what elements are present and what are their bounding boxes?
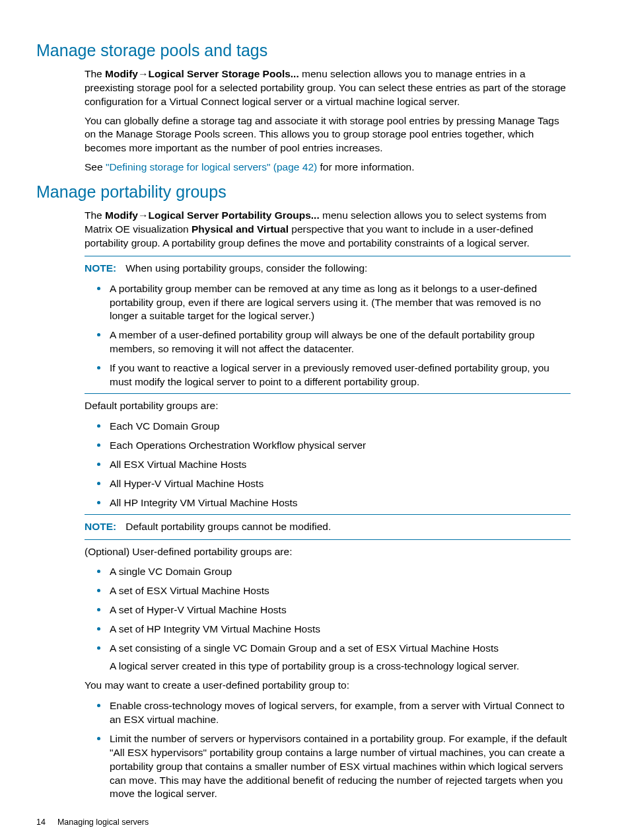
- note-rule: [85, 514, 571, 515]
- heading-portability-groups: Manage portability groups: [36, 181, 571, 204]
- note-2: NOTE:Default portability groups cannot b…: [85, 520, 571, 534]
- chapter-title: Managing logical servers: [57, 818, 149, 827]
- reasons-list: Enable cross-technology moves of logical…: [85, 698, 571, 801]
- list-item: A single VC Domain Group: [108, 564, 571, 579]
- list-item: A set of ESX Virtual Machine Hosts: [108, 583, 571, 598]
- note-label: NOTE:: [85, 521, 116, 532]
- list-item: Each Operations Orchestration Workflow p…: [108, 438, 571, 453]
- list-item: All ESX Virtual Machine Hosts: [108, 457, 571, 472]
- note-1-list: A portability group member can be remove…: [85, 281, 571, 389]
- list-item: A set consisting of a single VC Domain G…: [108, 640, 571, 673]
- list-item: A member of a user-defined portability g…: [108, 327, 571, 356]
- para-user-groups: (Optional) User-defined portability grou…: [85, 545, 571, 559]
- para-storage-3: See "Defining storage for logical server…: [85, 161, 571, 174]
- list-item: All HP Integrity VM Virtual Machine Host…: [108, 495, 571, 510]
- note-rule: [85, 393, 571, 394]
- link-storage-xref[interactable]: "Defining storage for logical servers" (…: [106, 161, 317, 172]
- list-item: A set of Hyper-V Virtual Machine Hosts: [108, 602, 571, 617]
- page-number: 14: [36, 817, 46, 828]
- menu-path-bold: Modify→Logical Server Storage Pools...: [105, 68, 299, 79]
- section-portability-groups: The Modify→Logical Server Portability Gr…: [85, 209, 571, 801]
- default-groups-list: Each VC Domain Group Each Operations Orc…: [85, 418, 571, 510]
- list-item: Enable cross-technology moves of logical…: [108, 698, 571, 727]
- page-footer: 14Managing logical servers: [36, 817, 571, 828]
- para-reasons: You may want to create a user-defined po…: [85, 679, 571, 693]
- menu-path-bold: Modify→Logical Server Portability Groups…: [105, 210, 320, 221]
- text: The: [85, 68, 105, 79]
- list-item: A set of HP Integrity VM Virtual Machine…: [108, 621, 571, 636]
- para-storage-1: The Modify→Logical Server Storage Pools.…: [85, 67, 571, 109]
- text: A set consisting of a single VC Domain G…: [110, 642, 499, 654]
- note-label: NOTE:: [85, 262, 116, 274]
- note-rule: [85, 256, 571, 256]
- list-item: All Hyper-V Virtual Machine Hosts: [108, 476, 571, 491]
- text: The: [85, 210, 105, 221]
- list-item: Limit the number of servers or hyperviso…: [108, 731, 571, 802]
- para-port-1: The Modify→Logical Server Portability Gr…: [85, 209, 571, 250]
- para-default-groups: Default portability groups are:: [85, 399, 571, 413]
- text: See: [85, 161, 106, 172]
- user-groups-list: A single VC Domain Group A set of ESX Vi…: [85, 564, 571, 673]
- note-rule: [85, 539, 571, 540]
- bold-text: Physical and Virtual: [192, 223, 289, 235]
- sub-para: A logical server created in this type of…: [110, 660, 571, 673]
- para-storage-2: You can globally define a storage tag an…: [85, 114, 571, 156]
- list-item: If you want to reactive a logical server…: [108, 360, 571, 389]
- list-item: A portability group member can be remove…: [108, 281, 571, 324]
- heading-storage-pools: Manage storage pools and tags: [36, 40, 571, 62]
- note-text: Default portability groups cannot be mod…: [125, 521, 331, 532]
- list-item: Each VC Domain Group: [108, 418, 571, 434]
- section-storage-pools: The Modify→Logical Server Storage Pools.…: [85, 67, 571, 174]
- note-1-header: NOTE:When using portability groups, cons…: [85, 262, 571, 276]
- note-text: When using portability groups, consider …: [125, 262, 367, 274]
- text: for more information.: [317, 161, 414, 172]
